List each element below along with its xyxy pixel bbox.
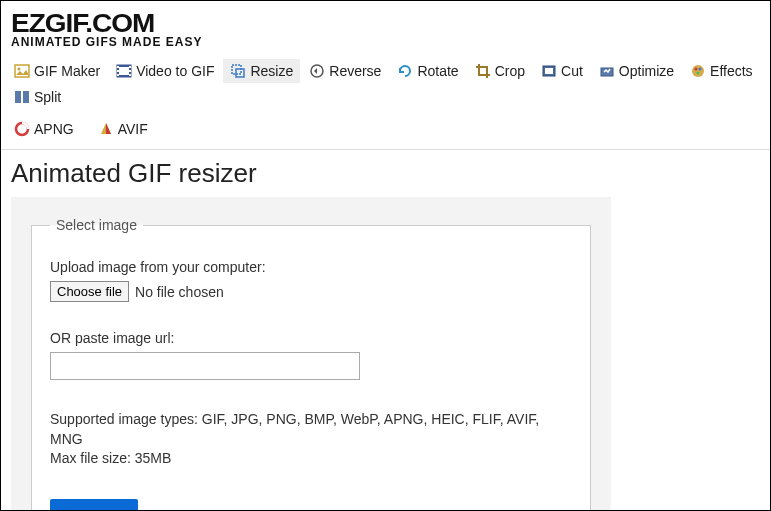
- svg-rect-8: [129, 70, 131, 72]
- optimize-icon: [599, 63, 615, 79]
- resize-icon: [230, 63, 246, 79]
- supported-types-text: Supported image types: GIF, JPG, PNG, BM…: [50, 410, 572, 449]
- svg-rect-11: [236, 69, 244, 77]
- file-input-row: Choose file No file chosen: [50, 281, 572, 302]
- select-image-legend: Select image: [50, 217, 143, 233]
- svg-point-17: [695, 68, 698, 71]
- nav-reverse[interactable]: Reverse: [302, 59, 388, 83]
- main-nav: GIF Maker Video to GIF Resize Reverse Ro…: [1, 51, 770, 113]
- nav-cut[interactable]: Cut: [534, 59, 590, 83]
- svg-point-1: [18, 68, 21, 71]
- svg-point-19: [697, 72, 700, 75]
- nav-label: Split: [34, 89, 61, 105]
- nav-label: APNG: [34, 121, 74, 137]
- choose-file-button[interactable]: Choose file: [50, 281, 129, 302]
- svg-rect-4: [117, 66, 119, 68]
- svg-point-18: [699, 68, 702, 71]
- nav-label: AVIF: [118, 121, 148, 137]
- svg-point-16: [692, 65, 704, 77]
- logo-main-text: EZGIF.COM: [11, 8, 760, 38]
- crop-icon: [475, 63, 491, 79]
- nav-label: Effects: [710, 63, 753, 79]
- nav-label: Resize: [250, 63, 293, 79]
- nav-gif-maker[interactable]: GIF Maker: [7, 59, 107, 83]
- upload-panel: Select image Upload image from your comp…: [11, 197, 611, 511]
- paste-url-label: OR paste image url:: [50, 330, 572, 346]
- page-title: Animated GIF resizer: [11, 158, 760, 189]
- reverse-icon: [309, 63, 325, 79]
- upload-from-computer-label: Upload image from your computer:: [50, 259, 572, 275]
- avif-icon: [98, 121, 114, 137]
- nav-video-to-gif[interactable]: Video to GIF: [109, 59, 221, 83]
- nav-label: Reverse: [329, 63, 381, 79]
- supported-info: Supported image types: GIF, JPG, PNG, BM…: [50, 410, 572, 469]
- upload-button[interactable]: Upload!: [50, 499, 138, 511]
- file-chosen-status: No file chosen: [135, 284, 224, 300]
- nav-label: Rotate: [417, 63, 458, 79]
- svg-rect-6: [117, 74, 119, 76]
- nav-label: Cut: [561, 63, 583, 79]
- nav-label: Video to GIF: [136, 63, 214, 79]
- effects-icon: [690, 63, 706, 79]
- svg-rect-20: [15, 91, 21, 103]
- rotate-icon: [397, 63, 413, 79]
- apng-icon: [14, 121, 30, 137]
- site-logo: EZGIF.COM ANIMATED GIFS MADE EASY: [1, 1, 770, 51]
- film-icon: [116, 63, 132, 79]
- svg-rect-3: [119, 67, 129, 75]
- svg-rect-14: [545, 68, 553, 74]
- nav-rotate[interactable]: Rotate: [390, 59, 465, 83]
- svg-rect-0: [15, 65, 29, 77]
- image-icon: [14, 63, 30, 79]
- secondary-nav: APNG AVIF: [1, 113, 770, 150]
- nav-label: GIF Maker: [34, 63, 100, 79]
- svg-rect-5: [117, 70, 119, 72]
- nav-label: Crop: [495, 63, 525, 79]
- max-file-size-text: Max file size: 35MB: [50, 449, 572, 469]
- split-icon: [14, 89, 30, 105]
- image-url-input[interactable]: [50, 352, 360, 380]
- svg-rect-9: [129, 74, 131, 76]
- svg-rect-21: [23, 91, 29, 103]
- nav-resize[interactable]: Resize: [223, 59, 300, 83]
- nav-crop[interactable]: Crop: [468, 59, 532, 83]
- nav-split[interactable]: Split: [7, 85, 68, 109]
- nav-avif[interactable]: AVIF: [91, 117, 155, 141]
- cut-icon: [541, 63, 557, 79]
- svg-rect-7: [129, 66, 131, 68]
- nav-label: Optimize: [619, 63, 674, 79]
- select-image-fieldset: Select image Upload image from your comp…: [31, 217, 591, 511]
- nav-effects[interactable]: Effects: [683, 59, 760, 83]
- page-content: Animated GIF resizer Select image Upload…: [1, 150, 770, 511]
- nav-apng[interactable]: APNG: [7, 117, 81, 141]
- nav-optimize[interactable]: Optimize: [592, 59, 681, 83]
